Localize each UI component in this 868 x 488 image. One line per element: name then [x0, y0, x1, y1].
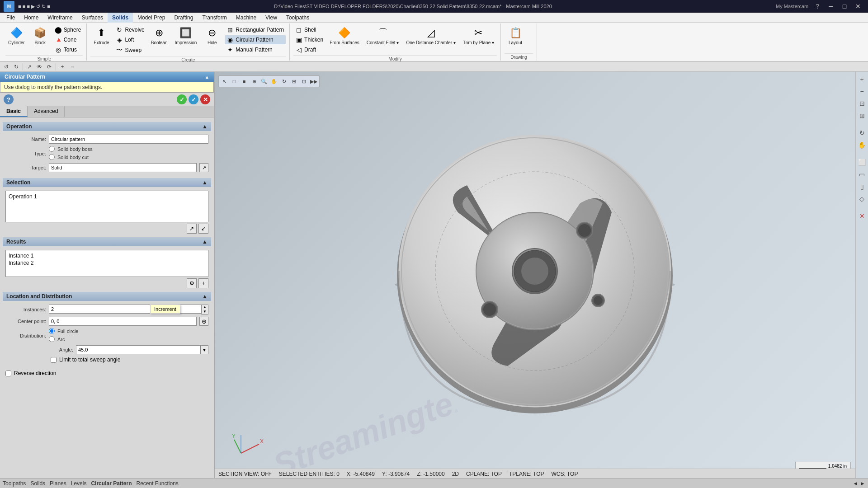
instances-increment-button[interactable]: ▲ [202, 305, 208, 310]
undo-button[interactable]: ↺ [2, 62, 11, 71]
results-instance-1[interactable]: Instance 1 [8, 252, 206, 259]
chamfer-button[interactable]: ◿ One Distance Chamfer ▾ [403, 24, 458, 47]
type-cut-radio[interactable]: Solid body cut [49, 154, 93, 160]
selection-add-button[interactable]: ↗ [187, 224, 197, 234]
vt-zoom-extents-button[interactable]: ⊞ [289, 77, 298, 86]
menu-file[interactable]: File [2, 13, 19, 23]
viewport[interactable]: ↖ □ ■ ⊕ 🔍 ✋ ↻ ⊞ ⊡ ▶▶ [215, 72, 868, 488]
vt-shaded-button[interactable]: ■ [240, 77, 249, 86]
view-button[interactable]: 👁 [35, 62, 44, 71]
view-front-button[interactable]: ⬜ [857, 157, 868, 168]
results-list[interactable]: Instance 1 Instance 2 [5, 250, 208, 277]
zoom-in-button[interactable]: + [58, 62, 67, 71]
zoom-out-button[interactable]: − [68, 62, 77, 71]
select-button[interactable]: ↗ [25, 62, 34, 71]
trim-by-plane-button[interactable]: ✂ Trim by Plane ▾ [460, 24, 497, 47]
from-surfaces-button[interactable]: 🔶 From Surfaces [327, 24, 362, 47]
target-input[interactable] [49, 163, 197, 172]
type-cut-input[interactable] [49, 154, 55, 160]
cylinder-button[interactable]: 🔷 Cylinder [5, 24, 28, 47]
pan-view-button[interactable]: ✋ [857, 140, 868, 150]
menu-model-prep[interactable]: Model Prep [133, 13, 170, 23]
results-settings-button[interactable]: ⚙ [187, 278, 197, 288]
full-circle-radio[interactable]: Full circle [49, 328, 78, 334]
view-right-button[interactable]: ▯ [857, 181, 868, 192]
menu-solids[interactable]: Solids [108, 13, 133, 23]
type-boss-radio[interactable]: Solid body boss [49, 146, 93, 152]
cone-button[interactable]: 🔺 Cone [53, 35, 83, 44]
redo-button[interactable]: ↻ [12, 62, 21, 71]
view-top-button[interactable]: ▭ [857, 169, 868, 180]
rectangular-pattern-button[interactable]: ⊞ Rectangular Pattern [225, 25, 286, 34]
selection-item-1[interactable]: Operation 1 [8, 193, 206, 200]
apply-button[interactable]: ✓ [189, 94, 198, 104]
selection-section-header[interactable]: Selection ▲ [3, 178, 211, 187]
vt-more-button[interactable]: ▶▶ [309, 77, 318, 86]
vt-rotate-button[interactable]: ↻ [279, 77, 288, 86]
rotate-view-button[interactable]: ↻ [857, 127, 868, 138]
menu-toolpaths[interactable]: Toolpaths [282, 13, 314, 23]
boolean-button[interactable]: ⊕ Boolean [148, 24, 170, 47]
circular-pattern-button[interactable]: ◉ Circular Pattern [225, 35, 286, 44]
status-nav-back[interactable]: ◄ [853, 480, 858, 487]
constant-fillet-button[interactable]: ⌒ Constant Fillet ▾ [364, 24, 402, 47]
shell-button[interactable]: ◻ Shell [293, 25, 325, 34]
rotate-button[interactable]: ⟳ [45, 62, 54, 71]
zoom-in-view-button[interactable]: + [857, 74, 868, 84]
loft-button[interactable]: ◈ Loft [114, 35, 146, 44]
impression-button[interactable]: 🔲 Impression [172, 24, 199, 47]
vt-zoom-button[interactable]: 🔍 [259, 77, 269, 86]
status-nav-forward[interactable]: ► [860, 480, 865, 487]
menu-wireframe[interactable]: Wireframe [43, 13, 77, 23]
status-levels[interactable]: Levels [71, 480, 87, 487]
arc-radio[interactable]: Arc [49, 336, 78, 342]
vt-pan-button[interactable]: ✋ [269, 77, 278, 86]
menu-surfaces[interactable]: Surfaces [77, 13, 108, 23]
results-add-button[interactable]: + [198, 278, 208, 288]
maximize-button[interactable]: □ [838, 2, 851, 11]
collapse-panel-icon[interactable]: ▲ [205, 75, 209, 80]
thicken-button[interactable]: ▣ Thicken [293, 35, 325, 44]
angle-input[interactable] [76, 345, 200, 354]
zoom-out-view-button[interactable]: − [857, 86, 868, 97]
minimize-button[interactable]: ─ [825, 2, 837, 11]
status-solids[interactable]: Solids [30, 480, 45, 487]
location-section-header[interactable]: Location and Distribution ▲ [3, 292, 211, 301]
center-point-input[interactable] [49, 317, 197, 326]
reverse-direction-checkbox[interactable] [5, 371, 11, 376]
selection-remove-button[interactable]: ↙ [198, 224, 208, 234]
draft-button[interactable]: ◁ Draft [293, 45, 325, 54]
sphere-button[interactable]: ⬤ Sphere [53, 25, 83, 34]
my-mastercam-btn[interactable]: My Mastercam [776, 4, 808, 9]
arc-input[interactable] [49, 336, 55, 342]
full-circle-input[interactable] [49, 328, 55, 334]
view-iso-button[interactable]: ◇ [857, 193, 868, 204]
fit-view-button[interactable]: ⊡ [857, 98, 868, 109]
block-button[interactable]: 📦 Block [29, 24, 51, 47]
cancel-button[interactable]: ✕ [200, 94, 210, 104]
status-toolpaths[interactable]: Toolpaths [3, 480, 26, 487]
status-circular-pattern[interactable]: Circular Pattern [91, 480, 132, 487]
results-instance-2[interactable]: Instance 2 [8, 259, 206, 267]
selection-list[interactable]: Operation 1 [5, 191, 208, 222]
limit-sweep-checkbox[interactable] [51, 357, 57, 363]
close-button[interactable]: ✕ [852, 2, 864, 11]
vt-select-button[interactable]: ↖ [220, 77, 229, 86]
help-button[interactable]: ? [4, 94, 14, 104]
angle-dropdown-button[interactable]: ▼ [200, 345, 208, 354]
help-icon[interactable]: ? [816, 3, 819, 10]
zoom-window-button[interactable]: ⊞ [857, 110, 868, 121]
vt-wireframe-button[interactable]: □ [230, 77, 239, 86]
status-planes[interactable]: Planes [50, 480, 66, 487]
name-input[interactable] [49, 135, 208, 144]
menu-view[interactable]: View [261, 13, 282, 23]
torus-button[interactable]: ◎ Torus [53, 45, 83, 54]
type-boss-input[interactable] [49, 146, 55, 152]
layout-button[interactable]: 📋 Layout [505, 24, 526, 47]
tab-basic[interactable]: Basic [0, 106, 28, 117]
manual-pattern-button[interactable]: ✦ Manual Pattern [225, 45, 286, 54]
operation-section-header[interactable]: Operation ▲ [3, 122, 211, 131]
sweep-button[interactable]: 〜 Sweep [114, 45, 146, 55]
status-recent-functions[interactable]: Recent Functions [136, 480, 178, 487]
revolve-button[interactable]: ↻ Revolve [114, 25, 146, 34]
